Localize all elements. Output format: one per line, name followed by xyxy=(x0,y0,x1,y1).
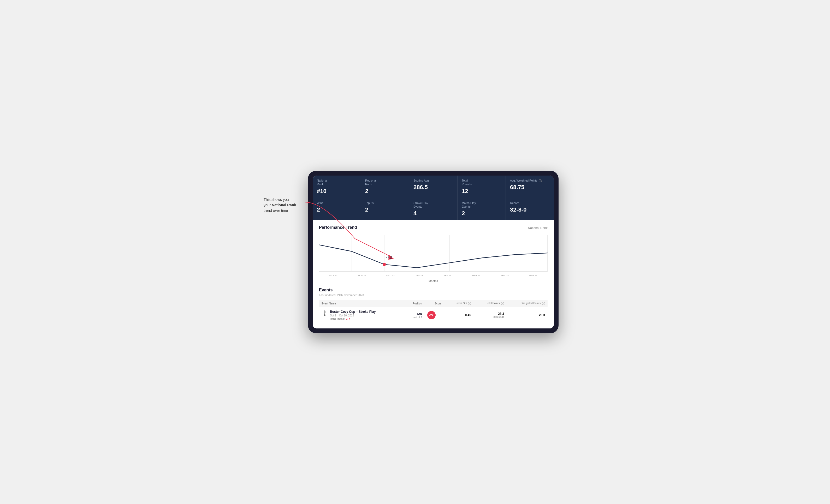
stat-wins-value: 2 xyxy=(317,206,356,213)
stat-match-play-label: Match PlayEvents xyxy=(462,201,501,209)
stat-top3s: Top 3s 2 xyxy=(361,198,409,220)
event-weighted-points-cell: 28.3 xyxy=(507,307,548,323)
stat-regional-rank-label: RegionalRank xyxy=(365,179,405,186)
stat-avg-weighted-value: 68.75 xyxy=(510,184,550,191)
stat-total-rounds: TotalRounds 12 xyxy=(457,175,506,198)
rank-impact-label: Rank Impact: xyxy=(330,317,345,321)
event-name-text: Buster Cozy Cup – Stroke Play xyxy=(330,310,376,313)
page-wrapper: This shows you your National Rank trend … xyxy=(272,171,558,333)
stat-national-rank: NationalRank #10 xyxy=(313,175,361,198)
event-position-sub: out of 7 xyxy=(406,316,422,318)
stat-wins-label: Wins xyxy=(317,201,356,205)
stat-stroke-play-value: 4 xyxy=(413,210,453,217)
stat-national-rank-label: NationalRank xyxy=(317,179,356,186)
col-total-points: Total Points i xyxy=(474,300,507,307)
main-content: Performance Trend National Rank xyxy=(313,220,554,329)
info-icon-total-points: i xyxy=(501,302,504,305)
stat-scoring-avg: Scoring Avg. 286.5 xyxy=(409,175,457,198)
events-table: Event Name Position Score Event SG i xyxy=(319,300,548,323)
annotation-line3: trend over time xyxy=(264,208,288,212)
info-icon-weighted-points: i xyxy=(542,302,545,305)
stat-avg-weighted: Avg. Weighted Points i 68.75 xyxy=(506,175,554,198)
stat-match-play-value: 2 xyxy=(462,210,501,217)
chevron-down-icon: ▼ xyxy=(348,318,350,320)
rank-impact-value: 3 xyxy=(346,317,348,321)
events-table-header-row: Event Name Position Score Event SG i xyxy=(319,300,548,307)
event-sg-cell: 0.45 xyxy=(444,307,474,323)
event-position-value: 6th xyxy=(406,312,422,316)
event-score-value: -22 xyxy=(429,313,434,317)
chart-right-label: National Rank xyxy=(528,226,548,230)
col-event-name: Event Name xyxy=(319,300,404,307)
col-weighted-points: Weighted Points i xyxy=(507,300,548,307)
stat-stroke-play-label: Stroke PlayEvents xyxy=(413,201,453,209)
stat-stroke-play: Stroke PlayEvents 4 xyxy=(409,198,457,220)
stat-regional-rank-value: 2 xyxy=(365,188,405,195)
event-weighted-points-value: 28.3 xyxy=(539,313,545,317)
info-icon-weighted: i xyxy=(539,179,542,182)
svg-point-2 xyxy=(324,314,325,316)
stat-scoring-avg-label: Scoring Avg. xyxy=(413,179,453,182)
event-name-wrapper: Buster Cozy Cup – Stroke Play Oct 9 – Oc… xyxy=(322,310,401,321)
rank-impact-row: Rank Impact: 3 ▼ xyxy=(330,317,376,321)
events-section: Events Last updated: 24th November 2023 … xyxy=(319,288,548,323)
stat-top3s-label: Top 3s xyxy=(365,201,405,205)
chart-title: Performance Trend xyxy=(319,225,357,230)
stat-wins: Wins 2 xyxy=(313,198,361,220)
stat-regional-rank: RegionalRank 2 xyxy=(361,175,409,198)
event-position-cell: 6th out of 7 xyxy=(404,307,424,323)
col-score: Score xyxy=(425,300,444,307)
stats-header: NationalRank #10 RegionalRank 2 Scoring … xyxy=(313,175,554,220)
chart-marker-label: • #10 xyxy=(386,256,392,259)
event-total-points-value: 28.3 xyxy=(476,312,504,316)
tablet-screen: NationalRank #10 RegionalRank 2 Scoring … xyxy=(313,175,554,329)
stat-record-value: 32-8-0 xyxy=(510,206,550,213)
annotation-line1: This shows you xyxy=(264,198,289,202)
event-sg-value: 0.45 xyxy=(465,313,471,317)
stat-record: Record 32-8-0 xyxy=(506,198,554,220)
chart-header: Performance Trend National Rank xyxy=(319,225,548,231)
annotation-line2: your xyxy=(264,203,272,207)
stat-record-label: Record xyxy=(510,201,550,205)
event-date-text: Oct 9 – Oct 10, 2023 xyxy=(330,314,376,317)
col-event-sg: Event SG i xyxy=(444,300,474,307)
event-info-block: Buster Cozy Cup – Stroke Play Oct 9 – Oc… xyxy=(330,310,376,321)
stats-row-2: Wins 2 Top 3s 2 Stroke PlayEvents 4 Matc… xyxy=(313,198,554,220)
events-title: Events xyxy=(319,288,548,293)
stat-scoring-avg-value: 286.5 xyxy=(413,184,453,191)
stat-top3s-value: 2 xyxy=(365,206,405,213)
annotation-block: This shows you your National Rank trend … xyxy=(264,197,296,213)
svg-point-1 xyxy=(383,263,386,266)
stat-avg-weighted-label: Avg. Weighted Points i xyxy=(510,179,550,182)
events-last-updated: Last updated: 24th November 2023 xyxy=(319,294,548,297)
event-name-cell: Buster Cozy Cup – Stroke Play Oct 9 – Oc… xyxy=(319,307,404,323)
event-golf-icon xyxy=(322,310,328,316)
event-total-points-sub: 3 Rounds xyxy=(476,316,504,318)
col-position: Position xyxy=(404,300,424,307)
event-score-badge: -22 xyxy=(427,311,436,319)
stat-match-play: Match PlayEvents 2 xyxy=(457,198,506,220)
stats-row-1: NationalRank #10 RegionalRank 2 Scoring … xyxy=(313,175,554,198)
chart-area: • #10 xyxy=(319,235,548,272)
info-icon-event-sg: i xyxy=(468,302,471,305)
table-row: Buster Cozy Cup – Stroke Play Oct 9 – Oc… xyxy=(319,307,548,323)
stat-total-rounds-value: 12 xyxy=(462,188,501,195)
chart-trend-svg xyxy=(319,235,548,281)
stat-total-rounds-label: TotalRounds xyxy=(462,179,501,186)
annotation-bold: National Rank xyxy=(272,203,296,207)
event-score-cell: -22 xyxy=(425,307,444,323)
tablet-device: NationalRank #10 RegionalRank 2 Scoring … xyxy=(308,171,558,333)
event-total-points-cell: 28.3 3 Rounds xyxy=(474,307,507,323)
stat-national-rank-value: #10 xyxy=(317,188,356,195)
